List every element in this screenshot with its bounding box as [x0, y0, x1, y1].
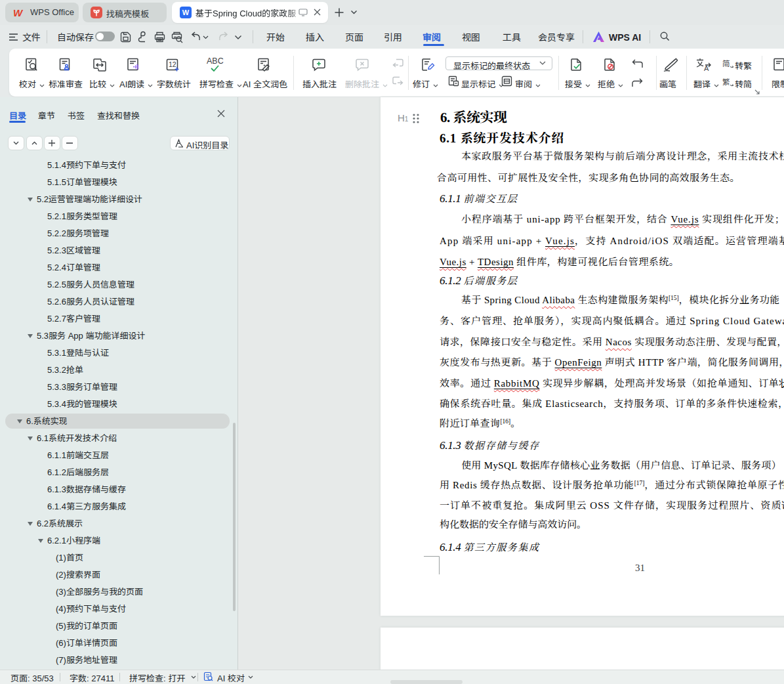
svg-text:A: A — [704, 64, 709, 72]
svg-text:简: 简 — [722, 58, 730, 68]
svg-text:繁: 繁 — [722, 76, 730, 87]
svg-text:ABC: ABC — [207, 56, 224, 66]
svg-text:12: 12 — [169, 60, 176, 68]
